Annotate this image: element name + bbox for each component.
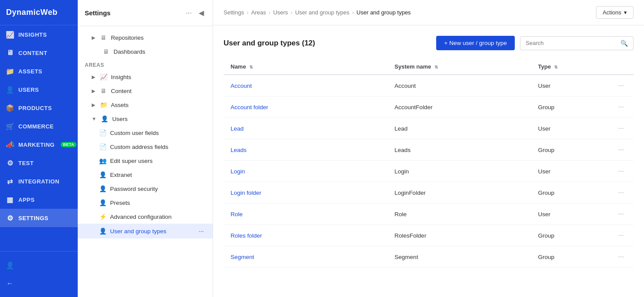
repositories-expand-icon[interactable]: ▶ (91, 35, 96, 41)
page-title: User and group types (12) (224, 39, 315, 48)
new-user-group-type-button[interactable]: + New user / group type (436, 36, 515, 50)
row-system-name-8: Segment (388, 246, 531, 268)
password-security-icon: 👤 (99, 185, 107, 193)
user-group-types-table: Name ⇅ System name ⇅ Type ⇅ Account (224, 59, 634, 268)
sidebar-item-advanced-config[interactable]: ⚡ Advanced configuration (78, 210, 213, 224)
row-more-button-4[interactable]: ··· (616, 166, 627, 176)
nav-item-products[interactable]: 📦 PRODUCTS (0, 99, 78, 117)
custom-address-fields-icon: 📄 (99, 143, 107, 151)
content-area-label: Content (111, 88, 206, 94)
custom-user-fields-label: Custom user fields (110, 130, 206, 136)
sidebar-item-repositories[interactable]: ▶ 🖥 Repositories (78, 31, 213, 45)
sidebar-item-presets[interactable]: 👤 Presets (78, 196, 213, 210)
table-header: Name ⇅ System name ⇅ Type ⇅ (224, 59, 634, 75)
settings-more-button[interactable]: ··· (184, 7, 193, 19)
nav-items: 📈 INSIGHTS 🖥 CONTENT 📁 ASSETS 👤 USERS 📦 … (0, 25, 78, 251)
col-header-type[interactable]: Type ⇅ (531, 59, 592, 75)
row-name-0[interactable]: Account (224, 75, 388, 97)
dashboards-icon: 🖥 (102, 48, 110, 55)
row-name-7[interactable]: Roles folder (224, 225, 388, 246)
nav-item-users[interactable]: 👤 USERS (0, 80, 78, 99)
settings-icon: ⚙ (6, 214, 14, 222)
assets-expand-icon[interactable]: ▶ (91, 102, 96, 108)
table-row: Roles folder RolesFolder Group ··· (224, 225, 634, 246)
nav-item-integration[interactable]: ⇄ INTEGRATION (0, 172, 78, 190)
row-more-button-5[interactable]: ··· (616, 188, 627, 197)
row-name-2[interactable]: Lead (224, 118, 388, 139)
products-icon: 📦 (6, 104, 14, 112)
sidebar-item-edit-super-users[interactable]: 👥 Edit super users (78, 154, 213, 168)
content-area: User and group types (12) + New user / g… (213, 25, 644, 297)
row-actions-7: ··· (592, 225, 634, 246)
sidebar-item-content[interactable]: ▶ 🖥 Content (78, 84, 213, 98)
extranet-icon: 👤 (99, 171, 107, 179)
row-more-button-0[interactable]: ··· (616, 81, 627, 90)
nav-label-commerce: COMMERCE (18, 123, 54, 130)
table-row: Lead Lead User ··· (224, 118, 634, 139)
actions-button[interactable]: Actions ▾ (596, 6, 634, 19)
sidebar-item-extranet[interactable]: 👤 Extranet (78, 168, 213, 182)
row-more-button-2[interactable]: ··· (616, 124, 627, 133)
nav-item-insights[interactable]: 📈 INSIGHTS (0, 25, 78, 44)
user-group-types-more-button[interactable]: ··· (197, 227, 206, 235)
sidebar-item-dashboards[interactable]: 🖥 Dashboards (78, 45, 213, 59)
nav-item-commerce[interactable]: 🛒 COMMERCE (0, 117, 78, 135)
row-name-8[interactable]: Segment (224, 246, 388, 268)
nav-item-test[interactable]: ⚙ TEST (0, 154, 78, 172)
content-header-right: + New user / group type 🔍 (436, 36, 634, 50)
nav-item-back[interactable]: ← (0, 274, 78, 293)
collapse-sidebar-button[interactable]: ◀ (197, 7, 206, 19)
row-more-button-8[interactable]: ··· (616, 252, 627, 262)
content-expand-icon[interactable]: ▶ (91, 88, 96, 94)
sidebar-item-password-security[interactable]: 👤 Password security (78, 182, 213, 196)
row-more-button-6[interactable]: ··· (616, 209, 627, 219)
sidebar-item-custom-address-fields[interactable]: 📄 Custom address fields (78, 140, 213, 154)
edit-super-users-icon: 👥 (99, 157, 107, 165)
nav-label-content: CONTENT (18, 50, 47, 56)
col-header-system-name[interactable]: System name ⇅ (388, 59, 531, 75)
sidebar-item-custom-user-fields[interactable]: 📄 Custom user fields (78, 126, 213, 140)
insights-icon: 📈 (6, 31, 14, 38)
row-name-3[interactable]: Leads (224, 139, 388, 161)
repositories-label: Repositories (111, 35, 206, 41)
row-name-1[interactable]: Account folder (224, 97, 388, 118)
breadcrumb-settings[interactable]: Settings (224, 9, 244, 16)
nav-item-content[interactable]: 🖥 CONTENT (0, 44, 78, 62)
breadcrumb-user-group-types[interactable]: User and group types (295, 9, 349, 16)
main-navigation: DynamicWeb 📈 INSIGHTS 🖥 CONTENT 📁 ASSETS… (0, 0, 78, 297)
sidebar-item-assets[interactable]: ▶ 📁 Assets (78, 98, 213, 112)
nav-item-settings[interactable]: ⚙ SETTINGS (0, 209, 78, 227)
areas-section-label: Areas (78, 59, 213, 70)
row-more-button-7[interactable]: ··· (616, 231, 627, 240)
row-name-5[interactable]: Login folder (224, 182, 388, 204)
nav-label-apps: APPS (18, 197, 34, 203)
sidebar-item-insights[interactable]: ▶ 📈 Insights (78, 70, 213, 84)
row-actions-0: ··· (592, 75, 634, 97)
row-system-name-1: AccountFolder (388, 97, 531, 118)
extranet-label: Extranet (110, 172, 206, 178)
nav-item-assets[interactable]: 📁 ASSETS (0, 62, 78, 80)
nav-label-insights: INSIGHTS (18, 31, 47, 38)
breadcrumb-users[interactable]: Users (273, 9, 288, 16)
users-expand-icon[interactable]: ▼ (91, 116, 97, 121)
search-input[interactable] (526, 40, 617, 46)
nav-item-marketing[interactable]: 📣 MARKETING BETA (0, 135, 78, 154)
second-sidebar-title: Settings (85, 9, 110, 17)
row-name-6[interactable]: Role (224, 204, 388, 225)
breadcrumb-areas[interactable]: Areas (251, 9, 266, 16)
nav-item-account[interactable]: 👤 (0, 256, 78, 274)
row-more-button-3[interactable]: ··· (616, 145, 627, 155)
col-header-name[interactable]: Name ⇅ (224, 59, 388, 75)
brand-logo: DynamicWeb (0, 0, 78, 25)
nav-item-apps[interactable]: ▦ APPS (0, 190, 78, 209)
sidebar-item-users[interactable]: ▼ 👤 Users (78, 112, 213, 126)
row-actions-8: ··· (592, 246, 634, 268)
row-system-name-6: Role (388, 204, 531, 225)
row-more-button-1[interactable]: ··· (616, 102, 627, 112)
integration-icon: ⇄ (6, 177, 14, 185)
sidebar-item-user-group-types[interactable]: 👤 User and group types ··· (78, 224, 213, 238)
row-type-8: Group (531, 246, 592, 268)
insights-expand-icon[interactable]: ▶ (91, 74, 96, 80)
row-name-4[interactable]: Login (224, 161, 388, 182)
row-system-name-2: Lead (388, 118, 531, 139)
